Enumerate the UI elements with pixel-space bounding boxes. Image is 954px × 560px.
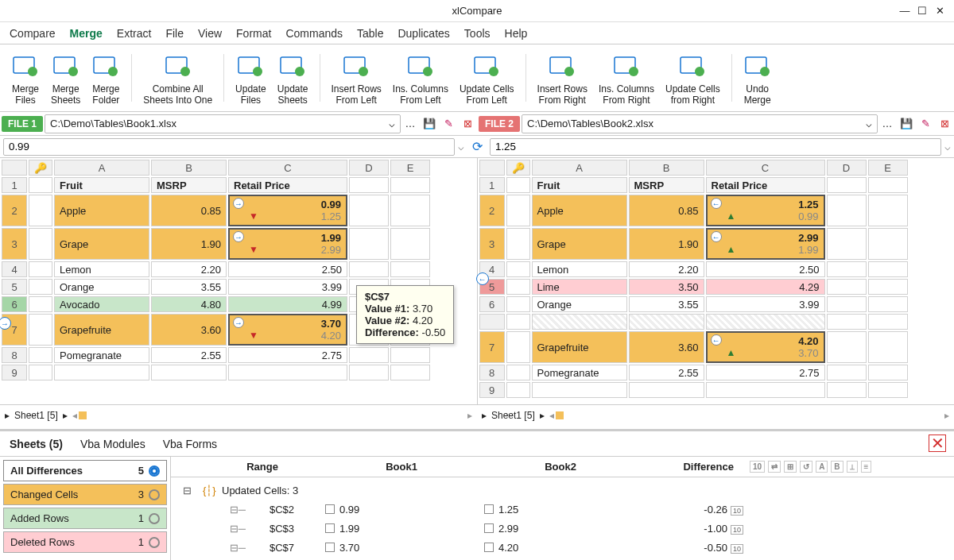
minimize-button[interactable]: —: [897, 3, 913, 17]
menu-tools[interactable]: Tools: [464, 27, 491, 40]
diff-row[interactable]: ⊟─$C$20.991.25-0.2610: [171, 500, 954, 519]
ribbon-ins.-columns-from-left[interactable]: Ins. ColumnsFrom Left: [388, 47, 453, 109]
ribbon-merge-files[interactable]: MergeFiles: [6, 47, 45, 109]
sheet-tab[interactable]: Sheet1 [5]: [14, 410, 58, 421]
sheet-next-icon[interactable]: ▸: [63, 410, 68, 421]
sheet-tab[interactable]: Sheet1 [5]: [491, 410, 535, 421]
diff-filter-del[interactable]: Deleted Rows1: [3, 531, 167, 553]
menu-merge[interactable]: Merge: [70, 27, 103, 40]
merge-arrow-icon[interactable]: ←: [711, 198, 722, 209]
diff-filter-add[interactable]: Added Rows1: [3, 508, 167, 529]
merge-arrow-icon[interactable]: ←: [711, 231, 722, 242]
scroll-left-icon[interactable]: ◂: [549, 410, 554, 421]
file2-path-dropdown[interactable]: C:\Demo\Tables\Book2.xlsx ⌵: [522, 114, 878, 133]
sheet-prev-icon[interactable]: ▸: [5, 410, 10, 421]
trend-icon: ▲: [727, 347, 736, 358]
grid-row[interactable]: 2Apple0.85→▼0.991.25: [2, 195, 430, 226]
formula-input-file2[interactable]: [490, 138, 941, 156]
ribbon-merge-folder[interactable]: MergeFolder: [87, 47, 125, 109]
diff-tool-button[interactable]: ≡: [861, 461, 872, 473]
sync-scroll-icon[interactable]: ⟳: [467, 139, 487, 154]
ribbon-ins.-columns-from-right[interactable]: Ins. ColumnsFrom Right: [594, 47, 659, 109]
ribbon-combine-all-sheets-into-one[interactable]: Combine AllSheets Into One: [138, 47, 217, 109]
maximize-button[interactable]: ☐: [914, 3, 930, 17]
more-button[interactable]: …: [879, 116, 895, 132]
collapse-icon[interactable]: ⊟: [171, 485, 203, 496]
grid-row[interactable]: 2Apple0.85←▲1.250.99: [479, 195, 908, 226]
diff-filter-chg[interactable]: Changed Cells3: [3, 484, 167, 505]
save-icon[interactable]: 💾: [898, 116, 914, 132]
grid-row[interactable]: 9: [2, 365, 430, 380]
grid-row[interactable]: 3Grape1.90←▲2.991.99: [479, 228, 908, 260]
menu-file[interactable]: File: [165, 27, 184, 40]
merge-arrow-icon[interactable]: ←: [711, 334, 722, 346]
radio-icon: [149, 513, 160, 524]
grid-row[interactable]: 9: [479, 382, 908, 398]
close-file-icon[interactable]: ⊠: [460, 116, 475, 132]
diff-tool-button[interactable]: A: [816, 461, 828, 473]
ribbon-icon: [236, 52, 265, 80]
scroll-right-icon[interactable]: ▸: [944, 410, 949, 421]
close-button[interactable]: ✕: [932, 3, 948, 17]
grid-row[interactable]: 5Lime3.504.29: [479, 279, 908, 295]
menu-duplicates[interactable]: Duplicates: [398, 27, 449, 40]
grid-row[interactable]: 4Lemon2.202.50: [479, 261, 908, 277]
grid-row[interactable]: 1FruitMSRPRetail Price: [479, 177, 908, 193]
menu-format[interactable]: Format: [236, 27, 271, 40]
menu-commands[interactable]: Commands: [285, 27, 343, 40]
save-icon[interactable]: 💾: [421, 116, 437, 132]
ribbon-insert-rows-from-right[interactable]: Insert RowsFrom Right: [533, 47, 592, 109]
more-button[interactable]: …: [402, 116, 418, 132]
diff-tool-button[interactable]: B: [831, 461, 843, 473]
grid-row[interactable]: 4Lemon2.202.50: [2, 261, 430, 277]
diff-filter-all[interactable]: All Differences5: [3, 460, 167, 481]
ribbon-insert-rows-from-left[interactable]: Insert RowsFrom Left: [327, 47, 386, 109]
row-merge-icon[interactable]: ←: [476, 272, 489, 285]
formula-input-file1[interactable]: [3, 138, 455, 156]
sheet-next-icon[interactable]: ▸: [540, 410, 545, 421]
bottom-tab[interactable]: Vba Modules: [80, 438, 145, 450]
menu-compare[interactable]: Compare: [10, 27, 56, 40]
scroll-right-icon[interactable]: ▸: [467, 410, 472, 421]
save-as-icon[interactable]: ✎: [440, 116, 456, 132]
grid-row[interactable]: 8Pomegranate2.552.75: [479, 365, 908, 380]
diff-row[interactable]: ⊟─$C$31.992.99-1.0010: [171, 519, 954, 538]
diff-tool-button[interactable]: ⊞: [784, 461, 797, 473]
file1-path-dropdown[interactable]: C:\Demo\Tables\Book1.xlsx ⌵: [45, 114, 401, 133]
ribbon-merge-sheets[interactable]: MergeSheets: [46, 47, 85, 109]
ribbon-update-files[interactable]: UpdateFiles: [231, 47, 271, 109]
dropdown-icon[interactable]: ⌵: [944, 141, 951, 153]
grid-row[interactable]: [479, 314, 908, 330]
close-panel-icon[interactable]: ✕: [929, 434, 946, 452]
bottom-tab[interactable]: Vba Forms: [163, 438, 217, 450]
bottom-tab[interactable]: Sheets (5): [10, 438, 63, 450]
dropdown-icon[interactable]: ⌵: [458, 141, 464, 153]
menu-view[interactable]: View: [198, 27, 222, 40]
diff-row[interactable]: ⊟─$C$73.704.20-0.5010: [171, 538, 954, 557]
sheet-prev-icon[interactable]: ▸: [482, 410, 487, 421]
ribbon-update-cells-from-left[interactable]: Update CellsFrom Left: [455, 47, 519, 109]
ribbon-update-sheets[interactable]: UpdateSheets: [273, 47, 313, 109]
diff-tool-button[interactable]: 10: [750, 461, 765, 473]
diff-tool-button[interactable]: ↺: [800, 461, 812, 473]
grid-row[interactable]: 6Orange3.553.99: [479, 296, 908, 312]
grid-row[interactable]: 1FruitMSRPRetail Price: [2, 177, 430, 193]
grid-row[interactable]: 3Grape1.90→▼1.992.99: [2, 228, 430, 260]
scroll-left-icon[interactable]: ◂: [72, 410, 77, 421]
grid-row[interactable]: 7Grapefruite3.60←▲4.203.70: [479, 331, 908, 363]
ribbon-undo-merge[interactable]: UndoMerge: [739, 47, 777, 109]
menu-table[interactable]: Table: [357, 27, 383, 40]
merge-arrow-icon[interactable]: →: [233, 231, 244, 242]
menu-help[interactable]: Help: [505, 27, 528, 40]
diff-tool-button[interactable]: ⟂: [847, 461, 858, 473]
ribbon-icon: [743, 52, 772, 80]
grid-row[interactable]: 8Pomegranate2.552.75: [2, 347, 430, 363]
radio-icon: [149, 465, 160, 477]
close-file-icon[interactable]: ⊠: [937, 116, 952, 132]
menu-extract[interactable]: Extract: [117, 27, 152, 40]
merge-arrow-icon[interactable]: →: [233, 317, 244, 328]
ribbon-update-cells-from-right[interactable]: Update Cellsfrom Right: [661, 47, 725, 109]
save-as-icon[interactable]: ✎: [917, 116, 933, 132]
diff-tool-button[interactable]: ⇄: [768, 461, 781, 473]
merge-arrow-icon[interactable]: →: [233, 198, 244, 209]
